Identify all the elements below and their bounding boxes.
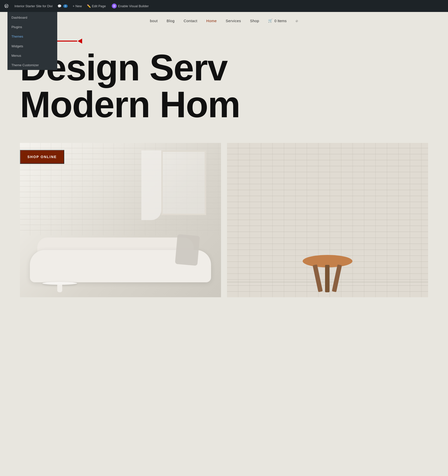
nav-menu: bout Blog Contact Home Services Shop 🛒 0…: [150, 18, 298, 23]
card-1-image: [20, 143, 221, 297]
enable-visual-builder-button[interactable]: D Enable Visual Builder: [109, 0, 151, 12]
appearance-dropdown: Dashboard Plugins Themes Widgets Menus T…: [7, 12, 57, 70]
hero-title: Design Serv Modern Hom: [20, 49, 428, 123]
nav-shop[interactable]: Shop: [250, 19, 259, 23]
card-1: SHOP ONLINE: [20, 143, 221, 297]
nav-home[interactable]: Home: [206, 19, 217, 23]
new-label: + New: [73, 4, 82, 8]
red-arrow: [57, 39, 82, 44]
site-header: bout Blog Contact Home Services Shop 🛒 0…: [0, 12, 448, 29]
cart-icon: 🛒: [268, 18, 273, 23]
nav-services[interactable]: Services: [226, 19, 241, 23]
table-top: [42, 282, 77, 285]
dropdown-themes[interactable]: Themes: [7, 32, 57, 41]
edit-page-button[interactable]: ✏️ Edit Page: [84, 0, 108, 12]
dropdown-theme-customizer[interactable]: Theme Customizer: [7, 60, 57, 70]
nav-cart[interactable]: 🛒 0 Items: [268, 18, 286, 23]
site-name-label: Interior Starter Site for Divi: [14, 4, 53, 8]
admin-bar: Interior Starter Site for Divi Dashboard…: [0, 0, 448, 12]
cart-count: 0 Items: [274, 19, 286, 23]
shop-online-button[interactable]: SHOP ONLINE: [20, 150, 64, 164]
dropdown-widgets[interactable]: Widgets: [7, 42, 57, 51]
new-button[interactable]: + New: [70, 0, 84, 12]
nav-contact[interactable]: Contact: [184, 19, 197, 23]
arrow-line: [57, 41, 77, 42]
cards-section: SHOP ONLINE: [0, 138, 448, 297]
stool-leg-3: [325, 265, 330, 292]
throw-blanket: [175, 234, 200, 266]
window-frame: [161, 150, 206, 215]
edit-icon: ✏️: [87, 4, 91, 8]
edit-page-label: Edit Page: [92, 4, 106, 8]
comment-icon: 💬: [57, 4, 61, 8]
nav-about[interactable]: bout: [150, 19, 158, 23]
arrow-annotation: [57, 39, 82, 44]
search-icon[interactable]: ⌕: [296, 18, 298, 23]
card-2: [227, 143, 428, 297]
dropdown-menus[interactable]: Menus: [7, 51, 57, 60]
divi-icon: D: [112, 3, 117, 8]
curtain: [141, 150, 161, 220]
dropdown-dashboard[interactable]: Dashboard: [7, 13, 57, 22]
table-leg: [57, 285, 62, 292]
main-content: Design Serv Modern Hom SHOP ONLINE: [0, 29, 448, 297]
nav-blog[interactable]: Blog: [167, 19, 175, 23]
hero-line-2: Modern Hom: [20, 84, 240, 125]
arrow-head: [78, 39, 82, 44]
comments-button[interactable]: 💬 0: [55, 0, 70, 12]
hero-section: Design Serv Modern Hom: [0, 29, 448, 138]
enable-visual-builder-label: Enable Visual Builder: [118, 4, 149, 8]
comments-count: 0: [63, 4, 68, 8]
card-2-image: [227, 143, 428, 297]
wp-logo-button[interactable]: [2, 1, 11, 10]
site-name-button[interactable]: Interior Starter Site for Divi Dashboard…: [12, 0, 55, 12]
dropdown-plugins[interactable]: Plugins: [7, 22, 57, 32]
